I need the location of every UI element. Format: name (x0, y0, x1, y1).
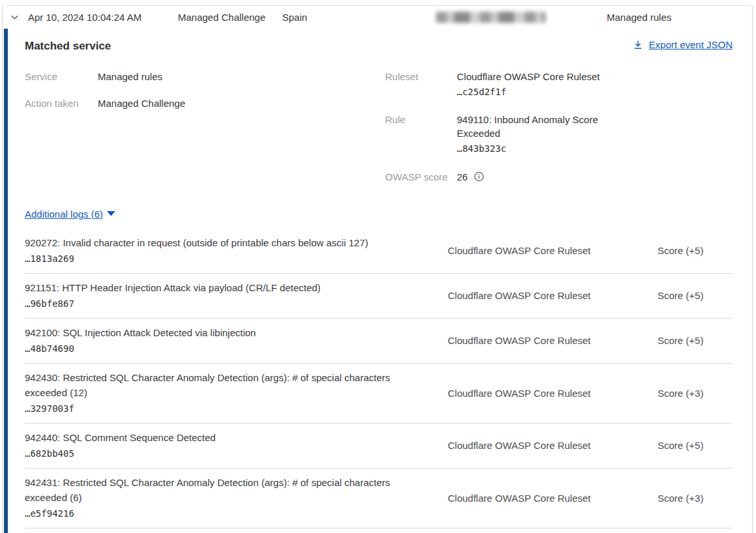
event-detail-panel: Matched service Export event JSON Servic… (4, 29, 752, 533)
ruleset-label: Ruleset (385, 70, 457, 99)
firewall-event-card: Apr 10, 2024 10:04:24 AM Managed Challen… (2, 5, 753, 533)
ruleset-id: …c25d2f1f (457, 86, 733, 99)
event-country: Spain (282, 10, 436, 24)
additional-logs-label: Additional logs (6) (25, 207, 103, 221)
log-score: Score (+5) (658, 244, 733, 257)
log-ruleset-name: Cloudflare OWASP Core Ruleset (448, 491, 658, 505)
log-rule-id: …682bb405 (25, 446, 448, 461)
panel-title: Matched service (25, 38, 111, 54)
action-taken-value: Managed Challenge (98, 96, 255, 110)
log-ruleset-name: Cloudflare OWASP Core Ruleset (448, 386, 658, 400)
log-rule-description: 921151: HTTP Header Injection Attack via… (25, 280, 448, 295)
rule-label: Rule (385, 113, 457, 156)
log-rule-id: …3297003f (25, 401, 448, 416)
log-score: Score (+5) (658, 289, 733, 302)
action-taken-label: Action taken (25, 96, 98, 110)
owasp-score-value: 26 (457, 170, 468, 184)
log-row: 942431: Restricted SQL Character Anomaly… (25, 468, 733, 528)
additional-logs-list: 920272: Invalid character in request (ou… (25, 229, 733, 528)
export-label: Export event JSON (649, 38, 733, 51)
log-ruleset-name: Cloudflare OWASP Core Ruleset (448, 289, 658, 302)
log-row: 921151: HTTP Header Injection Attack via… (25, 274, 733, 319)
log-row: 942440: SQL Comment Sequence Detected …6… (25, 424, 733, 468)
matched-service-details: Service Managed rules Action taken Manag… (25, 70, 733, 198)
log-score: Score (+5) (658, 334, 733, 347)
caret-down-icon (107, 211, 115, 216)
log-ruleset-name: Cloudflare OWASP Core Ruleset (448, 244, 658, 257)
service-label: Service (25, 70, 98, 83)
log-ruleset-name: Cloudflare OWASP Core Ruleset (448, 439, 658, 452)
event-redacted-cell (436, 12, 607, 23)
log-row: 920272: Invalid character in request (ou… (25, 229, 733, 274)
event-action-taken: Managed Challenge (178, 10, 282, 24)
log-score: Score (+3) (658, 386, 733, 400)
ruleset-field: Ruleset Cloudflare OWASP Core Ruleset …c… (385, 70, 733, 99)
log-score: Score (+3) (658, 491, 733, 505)
log-row: 942100: SQL Injection Attack Detected vi… (25, 319, 733, 364)
log-rule-description: 942431: Restricted SQL Character Anomaly… (25, 475, 448, 505)
log-rule-description: 942430: Restricted SQL Character Anomaly… (25, 370, 448, 400)
log-rule-id: …1813a269 (25, 252, 448, 266)
log-ruleset-name: Cloudflare OWASP Core Ruleset (448, 334, 658, 347)
event-service: Managed rules (607, 10, 671, 24)
service-value: Managed rules (98, 70, 255, 83)
log-rule-id: …96bfe867 (25, 296, 448, 311)
ruleset-value: Cloudflare OWASP Core Ruleset (457, 70, 615, 83)
service-field: Service Managed rules (25, 70, 385, 83)
redacted-value-blur (436, 12, 545, 23)
event-timestamp: Apr 10, 2024 10:04:24 AM (28, 10, 178, 24)
export-event-json-link[interactable]: Export event JSON (633, 38, 733, 51)
log-rule-id: …48b74690 (25, 341, 448, 356)
rule-field: Rule 949110: Inbound Anomaly Score Excee… (385, 113, 733, 156)
owasp-score-field: OWASP score 26 (385, 170, 733, 184)
log-row: 942430: Restricted SQL Character Anomaly… (25, 364, 733, 424)
event-summary-row[interactable]: Apr 10, 2024 10:04:24 AM Managed Challen… (3, 6, 752, 29)
chevron-down-icon[interactable] (10, 12, 28, 22)
action-taken-field: Action taken Managed Challenge (25, 96, 385, 110)
log-rule-id: …e5f94216 (25, 506, 448, 521)
log-rule-description: 920272: Invalid character in request (ou… (25, 235, 448, 250)
owasp-score-label: OWASP score (385, 170, 457, 184)
info-icon[interactable] (474, 171, 484, 182)
log-rule-description: 942100: SQL Injection Attack Detected vi… (25, 325, 448, 340)
log-rule-description: 942440: SQL Comment Sequence Detected (25, 430, 448, 445)
log-score: Score (+5) (658, 439, 733, 452)
rule-value: 949110: Inbound Anomaly Score Exceeded (457, 113, 615, 140)
additional-logs-toggle[interactable]: Additional logs (6) (25, 207, 115, 221)
rule-id: …843b323c (457, 143, 733, 156)
download-icon (633, 40, 643, 50)
